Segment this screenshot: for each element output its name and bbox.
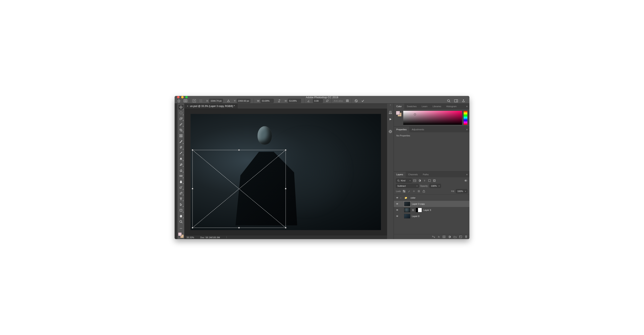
actions-icon[interactable]: [388, 117, 392, 121]
hue-slider[interactable]: [464, 111, 467, 125]
gradient-tool[interactable]: [178, 173, 184, 178]
minimize-window-icon[interactable]: [181, 96, 184, 98]
heal-tool[interactable]: [178, 145, 184, 150]
tab-libraries[interactable]: Libraries: [430, 103, 444, 109]
layer-thumb[interactable]: [404, 214, 410, 218]
visibility-icon[interactable]: 👁: [396, 197, 399, 199]
dodge-tool[interactable]: [178, 185, 184, 190]
eyedropper-tool[interactable]: [178, 139, 184, 144]
commit-transform-icon[interactable]: [360, 99, 365, 103]
new-layer-icon[interactable]: [459, 236, 462, 238]
group-icon[interactable]: [454, 236, 456, 238]
edit-toolbar-icon[interactable]: [178, 227, 184, 230]
brush-tool[interactable]: [178, 151, 184, 155]
picker-cursor-icon[interactable]: [414, 113, 416, 115]
panel-menu-icon[interactable]: ≡: [464, 103, 470, 109]
tab-layers[interactable]: Layers: [394, 172, 406, 177]
filter-toggle-icon[interactable]: [464, 180, 467, 182]
layer-row[interactable]: 👁 Layer 0: [394, 213, 470, 219]
layer-mask-thumb[interactable]: [416, 208, 422, 212]
visibility-icon[interactable]: 👁: [396, 209, 399, 211]
transform-handle-se[interactable]: [285, 227, 286, 228]
layer-thumb[interactable]: [404, 208, 410, 212]
blur-tool[interactable]: [178, 179, 184, 184]
fill-field[interactable]: 100%▾: [456, 189, 467, 193]
path-select-tool[interactable]: [178, 202, 184, 207]
link-mask-icon[interactable]: ⛓: [412, 209, 414, 211]
canvas[interactable]: [190, 114, 381, 230]
crop-tool[interactable]: [178, 128, 184, 133]
status-caret-icon[interactable]: 〉: [226, 236, 228, 239]
search-icon[interactable]: [446, 99, 451, 103]
disclosure-icon[interactable]: ›: [400, 197, 401, 199]
lock-icons[interactable]: [402, 190, 426, 193]
layer-filter-icons[interactable]: T: [413, 179, 436, 182]
mask-icon[interactable]: [442, 236, 446, 238]
layer-row[interactable]: 👁 Layer 3 copy: [394, 201, 470, 207]
hsb-picker[interactable]: [403, 111, 462, 125]
visibility-icon[interactable]: 👁: [396, 203, 399, 205]
transform-handle-sw[interactable]: [192, 227, 193, 228]
transform-tool-icon[interactable]: [183, 99, 188, 103]
link-wh-icon[interactable]: [277, 99, 282, 103]
opacity-field[interactable]: 100%▾: [430, 184, 441, 188]
layer-thumb[interactable]: [404, 202, 410, 206]
quick-select-tool[interactable]: [178, 122, 184, 127]
layer-row-group[interactable]: 👁 › 📁 color: [394, 195, 470, 201]
warp-icon[interactable]: [345, 99, 350, 103]
hand-tool[interactable]: [178, 214, 184, 218]
tab-learn[interactable]: Learn: [419, 103, 430, 109]
close-window-icon[interactable]: [177, 96, 180, 98]
tab-swatches[interactable]: Swatches: [404, 103, 419, 109]
share-icon[interactable]: [461, 99, 466, 103]
frame-tool[interactable]: [178, 133, 184, 138]
zoom-window-icon[interactable]: [185, 96, 188, 98]
h-field[interactable]: 53.09%: [288, 99, 301, 103]
trash-icon[interactable]: [465, 235, 467, 238]
tab-properties[interactable]: Properties: [394, 127, 409, 132]
tab-histogram[interactable]: Histogram: [444, 103, 459, 109]
angle-field[interactable]: 0.00: [313, 99, 323, 103]
transform-handle-ne[interactable]: [285, 149, 286, 151]
history-brush-tool[interactable]: [178, 162, 184, 167]
zoom-readout[interactable]: 33.33%: [186, 236, 194, 239]
transform-box[interactable]: [192, 150, 286, 228]
shape-tool[interactable]: [178, 208, 184, 213]
skew-h-icon[interactable]: [325, 99, 329, 103]
panel-menu-icon[interactable]: ≡: [464, 127, 470, 132]
transform-handle-e[interactable]: [285, 188, 286, 189]
w-field[interactable]: 53.09%: [260, 99, 274, 103]
zoom-tool[interactable]: [178, 219, 184, 224]
layer-row[interactable]: 👁 ⛓ Layer 3: [394, 207, 470, 213]
expand-panels-icon[interactable]: «: [387, 104, 394, 106]
link-layers-icon[interactable]: [432, 236, 435, 238]
delta-icon[interactable]: [226, 99, 231, 103]
canvas-viewport[interactable]: [184, 109, 387, 235]
marquee-tool[interactable]: [178, 110, 184, 115]
brush-presets-icon[interactable]: [388, 110, 392, 114]
tab-adjustments[interactable]: Adjustments: [409, 127, 427, 132]
tab-channels[interactable]: Channels: [406, 172, 420, 177]
color-swatch[interactable]: [178, 232, 184, 238]
reference-grid-icon[interactable]: [198, 99, 203, 103]
home-icon[interactable]: [177, 99, 181, 103]
transform-handle-nw[interactable]: [192, 149, 193, 151]
transform-handle-s[interactable]: [238, 227, 240, 228]
close-tab-icon[interactable]: ×: [187, 105, 188, 108]
visibility-icon[interactable]: 👁: [396, 215, 399, 217]
reference-point-icon[interactable]: [192, 99, 196, 103]
fx-icon[interactable]: fx: [438, 236, 440, 238]
docsize-readout[interactable]: Doc: 58.1M/165.9M: [200, 236, 220, 239]
lasso-tool[interactable]: [178, 116, 184, 121]
y-field[interactable]: 2393.50 px: [237, 99, 250, 103]
eraser-tool[interactable]: [178, 168, 184, 173]
tab-paths[interactable]: Paths: [420, 172, 431, 177]
workspace-icon[interactable]: [454, 99, 458, 103]
layer-filter-kind[interactable]: Kind▾: [396, 179, 412, 183]
move-tool[interactable]: [178, 105, 184, 110]
cancel-transform-icon[interactable]: [354, 99, 358, 103]
x-field[interactable]: 1544.74 px: [209, 99, 223, 103]
color-swatch-mini[interactable]: [396, 111, 402, 117]
blend-mode-select[interactable]: Subtract▾: [396, 184, 419, 188]
tab-color[interactable]: Color: [394, 103, 404, 109]
